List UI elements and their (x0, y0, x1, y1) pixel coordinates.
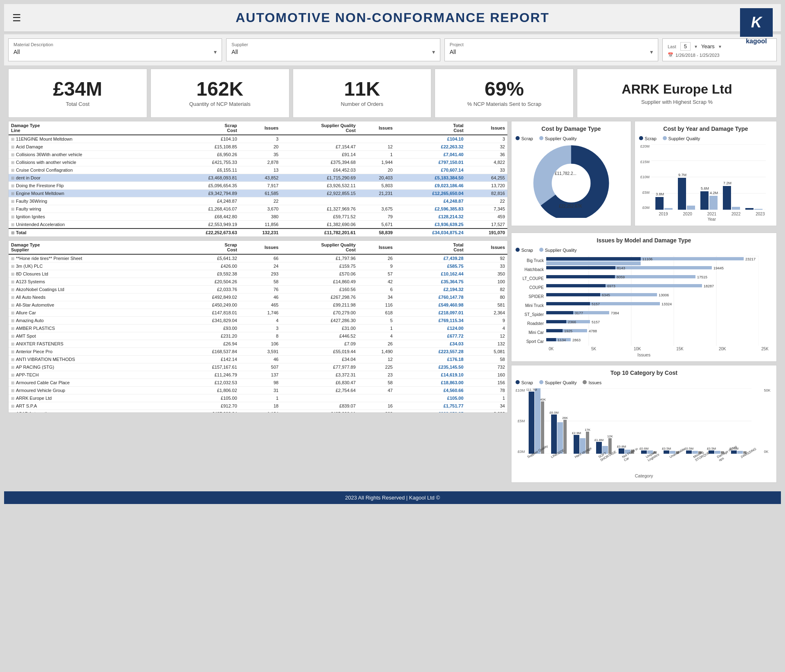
hamburger-icon[interactable]: ☰ (12, 12, 21, 24)
cell-sup-sq-issues: 5 (358, 317, 395, 325)
svg-text:4.2M: 4.2M (710, 191, 718, 195)
svg-text:5157: 5157 (592, 320, 600, 324)
cell-total-issues: 459 (466, 213, 507, 221)
cell-sup-sq-cost: £495,266.11 (281, 410, 358, 413)
svg-text:5157: 5157 (592, 302, 600, 306)
pie-legend-quality: Supplier Quality (539, 136, 577, 141)
col-total-issues: Issues (466, 121, 507, 135)
table-row: ⊞Ignition Ignites £68,442.80 380 £59,771… (9, 213, 507, 221)
col-sq-issues: Issues (358, 121, 395, 135)
cell-sq-issues: 58,839 (358, 228, 395, 237)
cell-name: ⊞Total (9, 228, 169, 237)
supplier-table: Damage TypeSupplier ScrapCost Issues Sup… (9, 241, 507, 412)
cell-sup-scrap-issues: 137 (240, 371, 281, 379)
cell-sup-sq-cost: £570.06 (281, 270, 358, 278)
cell-sq-cost: £375,394.68 (281, 159, 358, 166)
svg-text:7384: 7384 (611, 311, 619, 315)
supplier-select[interactable]: All ▾ (231, 49, 435, 55)
cell-sup-total-issues: 82 (466, 286, 507, 293)
cell-total-cost: £34,034,875.24 (395, 228, 466, 237)
svg-text:3.8M: 3.8M (656, 192, 664, 196)
cell-total-cost: £2,596,385.83 (395, 205, 466, 213)
kpi-supplier-label: Supplier with Highest Scrap % (641, 99, 713, 105)
kpi-orders-label: Number of Orders (341, 101, 384, 107)
supplier-filter[interactable]: Supplier All ▾ (226, 38, 440, 61)
cell-sup-scrap-issues: 3 (240, 325, 281, 332)
cell-sup-scrap-cost: £93.00 (169, 325, 240, 332)
svg-text:17515: 17515 (697, 275, 707, 279)
table-row: ⊞ANIXTER FASTENERS £26.94 106 £7.09 26 £… (9, 340, 507, 348)
supplier-table-wrapper[interactable]: Damage TypeSupplier ScrapCost Issues Sup… (9, 241, 507, 412)
cell-sup-scrap-issues: 106 (240, 340, 281, 348)
svg-text:4788: 4788 (589, 329, 597, 333)
svg-text:1925: 1925 (564, 329, 572, 333)
svg-text:6345: 6345 (602, 293, 610, 297)
year-chart-body: £20M £15M £10M £5M £0M (639, 144, 772, 222)
kpi-orders: 11K Number of Orders (293, 69, 432, 118)
cell-sup-sq-cost: £1,797.96 (281, 254, 358, 262)
top10-x-axis-label: Category (516, 473, 772, 478)
date-unit-chevron[interactable]: ▾ (719, 44, 721, 49)
table-row: ⊞Amazing Auto £341,829.04 4 £427,286.30 … (9, 317, 507, 325)
cell-supplier-name: ⊞Armoured Vehicle Group (9, 387, 169, 394)
cell-sup-total-cost: £223,557.28 (395, 348, 466, 356)
cell-sup-scrap-issues: 3,591 (240, 348, 281, 356)
cell-sq-cost (281, 197, 358, 205)
cell-sup-scrap-cost: £12,032.53 (169, 379, 240, 387)
cell-sup-scrap-issues: 293 (240, 270, 281, 278)
svg-rect-15 (709, 196, 718, 210)
model-x-axis-label: Issues (516, 352, 772, 357)
cell-sup-total-cost: £235,145.50 (395, 363, 466, 371)
date-range: 1/26/2018 - 1/25/2023 (675, 53, 720, 58)
top10-y-left: £10M £5M £0M (516, 388, 527, 454)
cell-sup-total-issues: 80 (466, 293, 507, 301)
cell-sup-scrap-cost: £142.14 (169, 356, 240, 363)
kpi-quantity-label: Quantity of NCP Materials (189, 101, 251, 107)
svg-rect-90 (596, 442, 602, 454)
cell-sup-scrap-cost: £341,829.04 (169, 317, 240, 325)
cell-sup-scrap-cost: £5,641.32 (169, 254, 240, 262)
model-bars-area: 23217 11106 19445 8143 1 (546, 256, 772, 346)
cell-total-cost: £22,263.32 (395, 143, 466, 151)
cell-sup-total-issues: 156 (466, 379, 507, 387)
damage-type-table-wrapper[interactable]: Damage TypeLine ScrapCost Issues Supplie… (9, 121, 507, 237)
cell-sup-sq-issues: 1,490 (358, 348, 395, 356)
table-row: ⊞Engine Mount Meltdown £9,342,794.89 61,… (9, 190, 507, 197)
date-count-chevron[interactable]: ▾ (695, 44, 697, 49)
cell-sup-scrap-cost: £492,849.02 (169, 293, 240, 301)
cell-sup-total-cost: £124.00 (395, 325, 466, 332)
cell-sup-scrap-issues: 1,746 (240, 309, 281, 317)
date-count[interactable]: 5 (680, 42, 691, 51)
project-filter[interactable]: Project All ▾ (444, 38, 658, 61)
material-filter[interactable]: Material Description All ▾ (8, 38, 222, 61)
svg-text:12K: 12K (607, 435, 613, 438)
project-select[interactable]: All ▾ (450, 49, 653, 55)
material-select[interactable]: All ▾ (13, 49, 217, 55)
cell-sq-issues: 79 (358, 213, 395, 221)
cell-sq-issues (358, 197, 395, 205)
cell-scrap-cost: £15,108.85 (169, 143, 240, 151)
cell-sup-sq-cost: £6,830.47 (281, 379, 358, 387)
cell-name: ⊞Faulty 36Wiring (9, 197, 169, 205)
cell-sq-cost: £2,922,855.15 (281, 190, 358, 197)
kpi-scrap-pct-label: % NCP Materials Sent to Scrap (467, 101, 541, 107)
cell-name: ⊞11ENGINE Mount Meltdown (9, 135, 169, 143)
cell-total-issues: 22 (466, 197, 507, 205)
logo-k: K (751, 14, 762, 31)
year-legend-quality: Supplier Quality (663, 136, 700, 141)
cell-sup-scrap-cost: £11,246.79 (169, 371, 240, 379)
cell-total-cost: £5,183,384.50 (395, 174, 466, 182)
cell-sup-total-cost: £549,460.98 (395, 301, 466, 309)
cell-sup-sq-issues: 12 (358, 356, 395, 363)
svg-rect-11 (678, 178, 686, 210)
cell-sup-scrap-issues: 24 (240, 262, 281, 270)
cell-supplier-name: ⊞ANTI VIBRATION METHODS (9, 356, 169, 363)
svg-text:13324: 13324 (662, 302, 672, 306)
logo-text: kagool (746, 38, 767, 45)
svg-text:8143: 8143 (617, 266, 625, 270)
left-panel: Damage TypeLine ScrapCost Issues Supplie… (8, 121, 508, 486)
date-unit: Years (701, 43, 715, 49)
date-last-label: Last (668, 44, 676, 49)
cell-sq-cost: £59,771.52 (281, 213, 358, 221)
cell-sup-scrap-issues: 31 (240, 387, 281, 394)
